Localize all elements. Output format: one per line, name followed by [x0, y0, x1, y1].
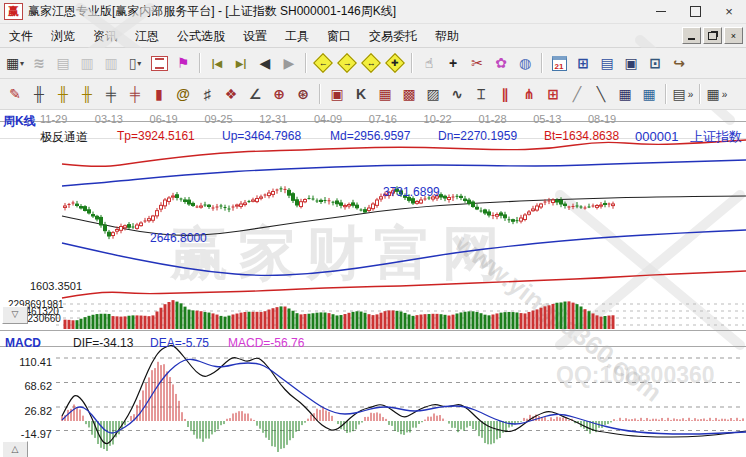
first-page-button[interactable]: |◀ [206, 51, 228, 75]
symbol-code[interactable]: 000001 [635, 129, 678, 144]
brush-tool[interactable]: ▮ [148, 82, 170, 106]
spiral-tool[interactable]: @ [172, 82, 194, 106]
double-ray-tool[interactable]: ╲ [590, 82, 612, 106]
red-fan-tool[interactable]: ⋔ [518, 82, 540, 106]
indicator-bars-tool-icon: ▥ [80, 55, 93, 71]
kline-marker-tool[interactable]: K [350, 82, 372, 106]
kline-marker-tool-icon: K [356, 86, 366, 102]
pencil-line-tool[interactable]: ╱ [566, 82, 588, 106]
blue-grid-tool[interactable]: ▦ [614, 82, 636, 106]
grid-expand-button[interactable]: ▦» [706, 82, 728, 106]
toolbar-separator [319, 84, 321, 104]
hand-drag-tool[interactable]: ☝ [418, 51, 440, 75]
gann-flower-tool[interactable]: ✿ [490, 51, 512, 75]
diamond-zoom[interactable]: ✚ [384, 51, 406, 75]
next-page-button[interactable]: ▶ [278, 51, 300, 75]
red-rays-tool[interactable]: ∥ [494, 82, 516, 106]
dense-grid-tool[interactable]: ♯ [196, 82, 218, 106]
pick-measure-tool[interactable]: ✂ [466, 51, 488, 75]
menu-3[interactable]: 资讯 [84, 25, 126, 47]
last-page-button[interactable]: ▶| [230, 51, 252, 75]
calculator-tool[interactable]: ⊞ [572, 51, 594, 75]
exit-tool[interactable]: ↪ [668, 51, 690, 75]
close-button[interactable]: × [712, 0, 746, 23]
menu-9[interactable]: 交易委托 [360, 25, 426, 47]
minimize-button[interactable] [644, 0, 678, 23]
chart-area[interactable]: 赢家财富网 www.yingjia360.com QQ:100800360 周K… [0, 110, 746, 457]
zigzag-wave-tool[interactable]: ∿ [446, 82, 468, 106]
export-tool[interactable]: ⊡ [644, 51, 666, 75]
list-expand-button[interactable]: ▤» [672, 82, 694, 106]
hatch-square-tool-icon: ▨ [426, 86, 439, 102]
menu-2[interactable]: 浏览 [42, 25, 84, 47]
pen-draw-tool[interactable]: ✎ [4, 82, 26, 106]
flask-selector[interactable]: ▯▾ [124, 51, 146, 75]
hatch-square-tool[interactable]: ▨ [422, 82, 444, 106]
pattern-grid-tool[interactable]: ▩ [398, 82, 420, 106]
macd-pane-title[interactable]: MACD [5, 336, 41, 350]
flower-grid-tool[interactable]: ❖ [220, 82, 242, 106]
flag-mark-tool[interactable]: ⚑ [172, 51, 194, 75]
kline-period-selector[interactable]: ▦▾ [4, 51, 26, 75]
time-ruler-tool[interactable]: ╪ [124, 82, 146, 106]
crosshair-tool-icon: + [449, 55, 457, 71]
mdi-minimize-button[interactable] [682, 27, 701, 44]
indicator-bars-tool[interactable]: ▥ [76, 51, 98, 75]
prev-page-button[interactable]: ◀ [254, 51, 276, 75]
trend-wave-tool[interactable]: ≋ [28, 51, 50, 75]
gann-grid-tool-icon: ╫ [34, 86, 44, 102]
maximize-button[interactable] [678, 0, 712, 23]
menu-6[interactable]: 设置 [234, 25, 276, 47]
toolbar-separator [699, 84, 701, 104]
indicator-bars-tool-2[interactable]: ▥ [100, 51, 122, 75]
param-dn: Dn=2270.1959 [438, 129, 517, 143]
title-bar[interactable]: 赢 赢家江恩专业版[赢家内部服务平台] - [上证指数 SH000001-146… [0, 0, 746, 24]
menu-5[interactable]: 公式选股 [168, 25, 234, 47]
app-window: 赢 赢家江恩专业版[赢家内部服务平台] - [上证指数 SH000001-146… [0, 0, 746, 457]
price-ruler-tool[interactable]: ╪ [100, 82, 122, 106]
gann-grid-peaks-tool[interactable]: ╫ [52, 82, 74, 106]
menu-4[interactable]: 江恩 [126, 25, 168, 47]
mdi-close-icon: × [731, 31, 736, 41]
menu-10[interactable]: 帮助 [426, 25, 468, 47]
diamond-shift-right[interactable]: → [336, 51, 358, 75]
beam-tool-icon: ⌶ [477, 86, 485, 103]
gann-grid-troughs-tool[interactable]: ╫ [76, 82, 98, 106]
sphere-pattern-tool[interactable]: ◍ [514, 51, 536, 75]
expand-chevron-icon: » [688, 89, 694, 100]
diamond-expand[interactable]: ↔ [360, 51, 382, 75]
save-tool[interactable]: ▣ [620, 51, 642, 75]
symbol-name[interactable]: 上证指数 [690, 129, 742, 144]
menu-8[interactable]: 窗口 [318, 25, 360, 47]
collapse-macd-button[interactable]: △ [2, 441, 28, 457]
red-top-grid-tool[interactable]: ▦ [374, 82, 396, 106]
gann-grid-tool[interactable]: ╫ [28, 82, 50, 106]
maximize-icon [690, 6, 701, 17]
date-tick: 04-09 [314, 113, 342, 125]
gann-angle-tool[interactable]: ∠ [244, 82, 266, 106]
mdi-close-button[interactable]: × [724, 27, 743, 44]
calendar-tool[interactable]: 21 [548, 51, 570, 75]
mdi-restore-button[interactable] [703, 27, 722, 44]
beam-tool[interactable]: ⌶ [470, 82, 492, 106]
menu-7[interactable]: 工具 [276, 25, 318, 47]
square-spiral-tool[interactable]: ▣ [326, 82, 348, 106]
trend-wave-tool-icon: ≋ [33, 55, 45, 71]
red-web-tool[interactable]: ⊞ [542, 82, 564, 106]
menu-1[interactable]: 文件 [0, 25, 42, 47]
indicator-name[interactable]: 极反通道 [40, 129, 88, 146]
macd-ytick: 26.82 [8, 405, 52, 417]
blue-grid-tool-2[interactable]: ▦ [638, 82, 660, 106]
collapse-volume-button[interactable]: ▽ [2, 306, 28, 324]
pick-measure-tool-icon: ✂ [471, 55, 483, 71]
crosshair-tool[interactable]: + [442, 51, 464, 75]
jifan-channel-tool[interactable] [148, 51, 170, 75]
notepad-tool[interactable]: ▤ [596, 51, 618, 75]
gann-circle-tool[interactable]: ⊕ [268, 82, 290, 106]
period-tab-weekly[interactable]: 周K线 [3, 113, 36, 130]
info-board-tool[interactable]: ▤ [52, 51, 74, 75]
gann-wheel-tool[interactable]: ⊛ [292, 82, 314, 106]
window-title: 赢家江恩专业版[赢家内部服务平台] - [上证指数 SH000001-146周K… [28, 3, 396, 20]
diamond-shift-left[interactable]: ← [312, 51, 334, 75]
macd-ytick: 110.41 [8, 356, 52, 368]
